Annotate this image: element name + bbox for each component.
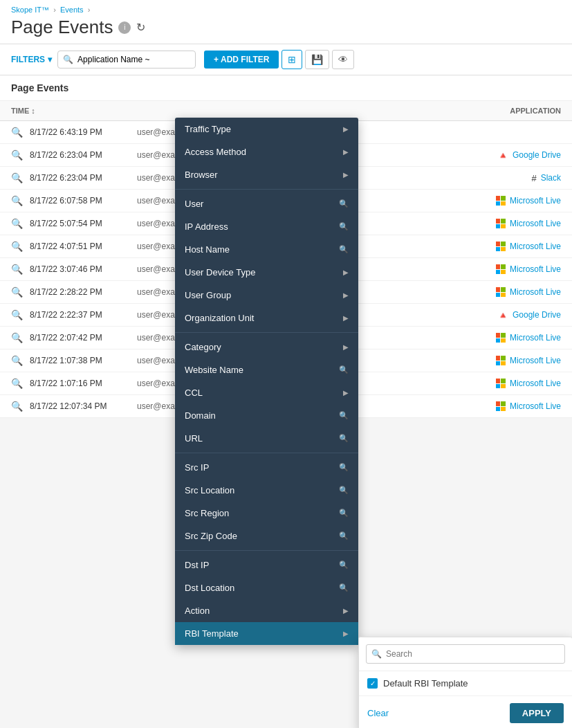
row-time: 8/17/22 2:28:22 PM	[30, 287, 137, 297]
zoom-icon[interactable]: 🔍	[11, 172, 23, 183]
dropdown-item-label: Src Region	[185, 508, 229, 518]
breadcrumb-events[interactable]: Events	[60, 6, 84, 14]
row-app: Microsoft Live	[423, 379, 561, 388]
row-app: Microsoft Live	[423, 287, 561, 297]
microsoft-icon	[496, 356, 506, 365]
row-time: 8/17/22 1:07:38 PM	[30, 356, 137, 365]
dropdown-item-traffic-type[interactable]: Traffic Type▶	[175, 118, 358, 140]
dropdown-item-url[interactable]: URL🔍	[175, 427, 358, 450]
zoom-icon[interactable]: 🔍	[11, 264, 23, 275]
dropdown-item-label: URL	[185, 433, 203, 444]
zoom-icon[interactable]: 🔍	[11, 378, 23, 389]
row-time: 8/17/22 12:07:34 PM	[30, 401, 137, 411]
dropdown-item-label: CCL	[185, 388, 203, 398]
zoom-icon[interactable]: 🔍	[11, 286, 23, 298]
col-app-header: APPLICATION	[423, 107, 561, 115]
search-icon: 🔍	[339, 245, 349, 254]
dropdown-item-domain[interactable]: Domain🔍	[175, 404, 358, 427]
app-name: Microsoft Live	[510, 356, 561, 365]
dropdown-item-label: Access Method	[185, 147, 246, 157]
dropdown-item-src-zip-code[interactable]: Src Zip Code🔍	[175, 525, 358, 547]
app-name: Microsoft Live	[510, 219, 561, 228]
slack-icon: #	[531, 173, 536, 183]
dropdown-item-dst-ip[interactable]: Dst IP🔍	[175, 554, 358, 576]
search-icon: 🔍	[339, 486, 349, 495]
dropdown-item-website-name[interactable]: Website Name🔍	[175, 358, 358, 381]
microsoft-icon	[496, 242, 506, 251]
zoom-icon[interactable]: 🔍	[11, 195, 23, 206]
rbi-template-item[interactable]: ✓ Default RBI Template	[359, 671, 572, 696]
apply-button[interactable]: APPLY	[510, 703, 564, 723]
dropdown-item-label: User Group	[185, 290, 231, 300]
add-filter-button[interactable]: + ADD FILTER	[204, 51, 279, 69]
dropdown-item-ip-address[interactable]: IP Address🔍	[175, 215, 358, 238]
breadcrumb-skope[interactable]: Skope IT™	[11, 6, 49, 14]
dropdown-divider	[175, 453, 358, 453]
col-time-header[interactable]: TIME ↕	[11, 107, 136, 115]
row-time: 8/17/22 6:23:04 PM	[30, 173, 137, 183]
dropdown-item-access-method[interactable]: Access Method▶	[175, 140, 358, 163]
eye-icon-button[interactable]: 👁	[332, 50, 354, 69]
zoom-icon[interactable]: 🔍	[11, 241, 23, 252]
sub-search-input[interactable]	[366, 644, 565, 664]
zoom-icon[interactable]: 🔍	[11, 218, 23, 229]
dropdown-item-host-name[interactable]: Host Name🔍	[175, 238, 358, 261]
microsoft-icon	[496, 264, 506, 274]
app-name: Microsoft Live	[510, 333, 561, 343]
dropdown-item-label: Src Zip Code	[185, 531, 237, 541]
dropdown-item-label: Website Name	[185, 365, 243, 375]
clear-button[interactable]: Clear	[367, 708, 389, 718]
zoom-icon[interactable]: 🔍	[11, 149, 23, 161]
row-app: Microsoft Live	[423, 264, 561, 274]
application-name-input[interactable]	[57, 51, 196, 69]
dropdown-item-organization-unit[interactable]: Organization Unit▶	[175, 307, 358, 329]
row-app: 🔺Google Drive	[423, 150, 561, 161]
filters-toggle[interactable]: FILTERS ▾	[11, 55, 52, 64]
app-name: Google Drive	[513, 150, 561, 160]
search-icon: 🔍	[339, 509, 349, 518]
row-time: 8/17/22 2:22:37 PM	[30, 310, 137, 320]
search-icon: 🔍	[339, 365, 349, 374]
dropdown-item-src-ip[interactable]: Src IP🔍	[175, 456, 358, 479]
zoom-icon[interactable]: 🔍	[11, 309, 23, 320]
page-events-header: Page Events	[0, 75, 572, 101]
dropdown-item-rbi-template[interactable]: RBI Template▶	[175, 622, 358, 645]
row-time: 8/17/22 5:07:54 PM	[30, 219, 137, 228]
chevron-right-icon: ▶	[343, 171, 349, 179]
chevron-right-icon: ▶	[343, 125, 349, 133]
dropdown-item-user-group[interactable]: User Group▶	[175, 284, 358, 307]
info-icon[interactable]: i	[118, 21, 131, 34]
microsoft-icon	[496, 379, 506, 388]
dropdown-item-browser[interactable]: Browser▶	[175, 163, 358, 186]
chevron-right-icon: ▶	[343, 607, 349, 615]
microsoft-icon	[496, 401, 506, 411]
app-name: Microsoft Live	[510, 264, 561, 274]
sub-footer: Clear APPLY	[359, 696, 572, 728]
filter-icon-button[interactable]: ⊞	[282, 50, 302, 69]
zoom-icon[interactable]: 🔍	[11, 127, 23, 138]
search-icon: 🔍	[339, 583, 349, 592]
dropdown-item-ccl[interactable]: CCL▶	[175, 381, 358, 404]
zoom-icon[interactable]: 🔍	[11, 401, 23, 412]
zoom-icon[interactable]: 🔍	[11, 355, 23, 366]
dropdown-item-user-device-type[interactable]: User Device Type▶	[175, 261, 358, 284]
rbi-template-checkbox[interactable]: ✓	[367, 678, 378, 689]
app-name: Microsoft Live	[510, 401, 561, 411]
dropdown-item-src-location[interactable]: Src Location🔍	[175, 479, 358, 502]
dropdown-divider	[175, 550, 358, 551]
row-time: 8/17/22 3:07:46 PM	[30, 264, 137, 274]
dropdown-item-label: Browser	[185, 170, 218, 180]
dropdown-divider	[175, 332, 358, 333]
dropdown-item-src-region[interactable]: Src Region🔍	[175, 502, 358, 525]
chevron-right-icon: ▶	[343, 343, 349, 351]
refresh-icon[interactable]: ↻	[136, 21, 145, 34]
dropdown-item-category[interactable]: Category▶	[175, 336, 358, 358]
dropdown-item-label: IP Address	[185, 221, 228, 232]
col-user-header	[136, 107, 423, 115]
dropdown-item-action[interactable]: Action▶	[175, 599, 358, 622]
dropdown-item-dst-location[interactable]: Dst Location🔍	[175, 576, 358, 599]
dropdown-item-user[interactable]: User🔍	[175, 192, 358, 215]
googledrive-icon: 🔺	[497, 310, 508, 320]
zoom-icon[interactable]: 🔍	[11, 332, 23, 343]
save-icon-button[interactable]: 💾	[305, 50, 329, 69]
